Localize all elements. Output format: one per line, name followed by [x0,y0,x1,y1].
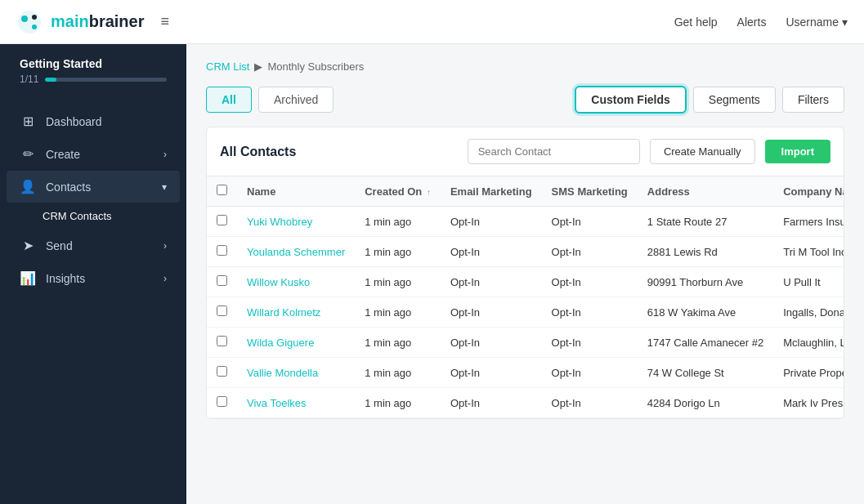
row-checkbox[interactable] [217,366,227,377]
chevron-right-icon: › [163,240,167,252]
row-company: U Pull It [773,267,844,297]
table-row: Yuki Whobrey 1 min ago Opt-In Opt-In 1 S… [207,207,844,237]
sidebar-item-contacts[interactable]: 👤 Contacts ▾ [7,171,180,203]
sidebar-item-label: Contacts [46,181,152,194]
col-created[interactable]: Created On ↑ [355,176,441,207]
svg-point-3 [32,25,37,29]
get-help-link[interactable]: Get help [674,16,718,29]
select-all-checkbox[interactable] [217,185,227,195]
row-checkbox-cell [207,297,237,328]
row-address: 618 W Yakima Ave [638,297,773,328]
table-row: Youlanda Schemmer 1 min ago Opt-In Opt-I… [207,237,844,267]
sidebar: Getting Started 1/11 ⊞ Dashboard ✏ Creat… [0,44,186,504]
contact-name-link[interactable]: Wilda Giguere [247,337,314,349]
alerts-link[interactable]: Alerts [737,16,767,29]
table-row: Viva Toelkes 1 min ago Opt-In Opt-In 428… [207,388,844,418]
sort-icon: ↑ [427,188,431,197]
sidebar-item-dashboard[interactable]: ⊞ Dashboard [7,105,180,137]
table-wrapper: Name Created On ↑ Email Marketing SMS Ma… [207,176,844,418]
row-email-mkt: Opt-In [441,358,542,388]
row-sms-mkt: Opt-In [542,388,638,418]
row-checkbox-cell [207,207,237,237]
contact-name-link[interactable]: Willow Kusko [247,276,310,288]
insights-icon: 📊 [20,270,36,286]
tab-all[interactable]: All [206,87,252,113]
contact-name-link[interactable]: Willard Kolmetz [247,306,320,319]
sidebar-item-label: Dashboard [46,115,167,128]
custom-fields-button[interactable]: Custom Fields [575,86,686,114]
sidebar-item-insights[interactable]: 📊 Insights › [7,262,180,294]
table-row: Wilda Giguere 1 min ago Opt-In Opt-In 17… [207,328,844,358]
contacts-title: All Contacts [220,145,296,159]
contacts-header: All Contacts Create Manually Import [207,127,844,176]
row-name: Willard Kolmetz [237,297,355,328]
row-email-mkt: Opt-In [441,267,542,297]
getting-started-block[interactable]: Getting Started 1/11 [7,47,180,95]
row-created: 1 min ago [355,297,441,328]
filters-button[interactable]: Filters [782,87,844,113]
row-address: 2881 Lewis Rd [638,237,773,267]
sidebar-item-crm-contacts[interactable]: CRM Contacts [7,203,180,229]
row-created: 1 min ago [355,237,441,267]
logo-icon [16,9,43,35]
progress-row: 1/11 [20,74,167,85]
row-created: 1 min ago [355,328,441,358]
svg-point-2 [32,15,37,20]
row-checkbox[interactable] [217,245,227,256]
create-icon: ✏ [20,146,36,162]
contact-name-link[interactable]: Yuki Whobrey [247,216,312,228]
breadcrumb-separator: ▶ [254,60,262,73]
segments-button[interactable]: Segments [693,87,776,113]
row-name: Willow Kusko [237,267,355,297]
username-dropdown[interactable]: Username ▾ [786,16,848,29]
sidebar-section: ⊞ Dashboard ✏ Create › 👤 Contacts ▾ CRM … [0,98,186,301]
contact-name-link[interactable]: Vallie Mondella [247,367,318,379]
row-address: 1 State Route 27 [638,207,773,237]
chevron-right-icon: › [163,149,167,160]
contacts-icon: 👤 [20,179,36,194]
col-sms-mkt: SMS Marketing [542,176,638,207]
row-email-mkt: Opt-In [441,388,542,418]
row-sms-mkt: Opt-In [542,267,638,297]
row-address: 74 W College St [638,358,773,388]
row-checkbox[interactable] [217,336,227,346]
table-row: Willard Kolmetz 1 min ago Opt-In Opt-In … [207,297,844,328]
tabs-toolbar: All Archived Custom Fields Segments Filt… [206,86,844,114]
search-input[interactable] [468,139,640,164]
row-name: Youlanda Schemmer [237,237,355,267]
sidebar-item-label: Send [46,239,154,252]
dashboard-icon: ⊞ [20,114,36,129]
sidebar-item-send[interactable]: ➤ Send › [7,230,180,261]
row-created: 1 min ago [355,388,441,418]
row-email-mkt: Opt-In [441,207,542,237]
row-checkbox-cell [207,237,237,267]
breadcrumb-parent[interactable]: CRM List [206,60,249,73]
row-checkbox[interactable] [217,306,227,316]
row-checkbox[interactable] [217,396,227,407]
chevron-down-icon: ▾ [842,16,848,29]
send-icon: ➤ [20,238,36,253]
row-name: Yuki Whobrey [237,207,355,237]
row-created: 1 min ago [355,358,441,388]
sidebar-item-create[interactable]: ✏ Create › [7,138,180,170]
logo-text: mainbrainer [51,12,145,31]
chevron-right-icon: › [163,273,167,284]
row-company: Private Propertie [773,358,844,388]
app-body: Getting Started 1/11 ⊞ Dashboard ✏ Creat… [0,44,864,504]
contact-name-link[interactable]: Viva Toelkes [247,397,307,409]
row-checkbox[interactable] [217,215,227,225]
row-checkbox-cell [207,328,237,358]
contacts-panel: All Contacts Create Manually Import Name [206,127,844,419]
row-checkbox-cell [207,358,237,388]
row-checkbox[interactable] [217,275,227,286]
import-button[interactable]: Import [765,140,830,163]
sidebar-item-label: Insights [46,272,154,285]
row-name: Viva Toelkes [237,388,355,418]
create-manually-button[interactable]: Create Manually [650,139,755,164]
row-address: 4284 Dorigo Ln [638,388,773,418]
row-company: Tri M Tool Inc [773,237,844,267]
tab-archived[interactable]: Archived [258,87,334,113]
hamburger-icon[interactable]: ≡ [161,13,170,30]
row-email-mkt: Opt-In [441,297,542,328]
contact-name-link[interactable]: Youlanda Schemmer [247,246,345,258]
